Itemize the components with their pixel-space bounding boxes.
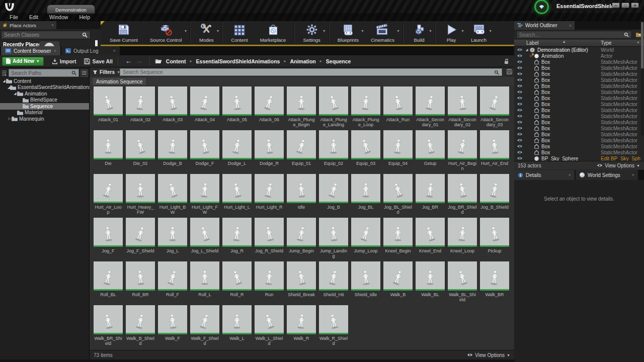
- asset-tile[interactable]: Kneel_End: [416, 218, 445, 261]
- asset-tile[interactable]: Jog_BL: [351, 174, 380, 218]
- row-expander-icon[interactable]: ◢: [525, 48, 529, 52]
- visibility-eye-icon[interactable]: [517, 72, 523, 76]
- asset-tile[interactable]: Jog_B_Shield: [480, 174, 509, 218]
- outliner-row-box[interactable]: BoxStaticMeshActor: [514, 89, 644, 95]
- chevron-down-icon[interactable]: ▼: [396, 29, 400, 33]
- back-arrow-button[interactable]: ←: [123, 57, 134, 65]
- marketplace-button[interactable]: Marketplace: [254, 21, 292, 45]
- asset-tile[interactable]: Run: [255, 261, 284, 305]
- launch-button[interactable]: Launch▼: [465, 21, 493, 45]
- chevron-down-icon[interactable]: ▼: [184, 29, 187, 33]
- visibility-eye-icon[interactable]: [517, 144, 523, 148]
- asset-tile[interactable]: Walk_R: [287, 305, 316, 349]
- asset-tile[interactable]: Equip_03: [351, 130, 380, 174]
- close-tab-icon[interactable]: ×: [569, 23, 572, 28]
- asset-tile[interactable]: Dodge_B: [158, 130, 187, 174]
- asset-tile[interactable]: Pickup: [480, 218, 509, 261]
- minimize-button[interactable]: –: [612, 3, 620, 8]
- outliner-row-box[interactable]: BoxStaticMeshActor: [514, 71, 644, 77]
- asset-tile[interactable]: Attack_02: [126, 86, 155, 130]
- lock-icon[interactable]: [504, 58, 509, 64]
- outliner-row-box[interactable]: BoxStaticMeshActor: [514, 59, 644, 65]
- source-control-button[interactable]: Source Control▼: [144, 21, 188, 45]
- chevron-down-icon[interactable]: ▼: [429, 29, 432, 33]
- cinematics-button[interactable]: Cinematics▼: [365, 21, 400, 45]
- asset-tile[interactable]: Getup: [416, 130, 445, 174]
- tree-expander-icon[interactable]: ▷: [8, 117, 12, 121]
- chevron-down-icon[interactable]: ▼: [636, 41, 640, 44]
- outliner-row-box[interactable]: BoxStaticMeshActor: [514, 65, 644, 71]
- save-search-icon[interactable]: [507, 69, 512, 74]
- asset-tile[interactable]: Walk_F_Shield: [190, 305, 219, 349]
- tab-world-outliner[interactable]: World Outliner ×: [514, 21, 575, 30]
- visibility-eye-icon[interactable]: [517, 120, 523, 124]
- asset-tile[interactable]: Attack_Secondary_02: [448, 86, 477, 130]
- asset-tile[interactable]: Walk_B: [383, 261, 413, 305]
- asset-tile[interactable]: Attack_Run: [383, 86, 413, 130]
- visibility-eye-icon[interactable]: [517, 108, 523, 112]
- asset-tile[interactable]: Hurt_Light_L: [222, 174, 252, 218]
- save-current-button[interactable]: Save Current: [104, 21, 144, 45]
- asset-tile[interactable]: Roll_BL: [94, 261, 123, 305]
- chevron-down-icon[interactable]: ▼: [323, 29, 326, 33]
- outliner-column-header[interactable]: Label ▲ Type ▼: [514, 40, 644, 47]
- visibility-eye-icon[interactable]: [517, 66, 523, 70]
- outliner-row-box[interactable]: BoxStaticMeshActor: [514, 149, 644, 155]
- visibility-eye-icon[interactable]: [517, 96, 523, 100]
- asset-tile[interactable]: Jog_BR_Shield: [448, 174, 477, 218]
- build-button[interactable]: Build▼: [406, 21, 433, 45]
- menu-edit[interactable]: Edit: [24, 14, 44, 20]
- modes-button[interactable]: Modes▼: [193, 21, 220, 45]
- chevron-down-icon[interactable]: ▼: [216, 29, 219, 33]
- outliner-row-box[interactable]: BoxStaticMeshActor: [514, 113, 644, 119]
- breadcrumb-essentialswordshieldanimations[interactable]: EssentialSwordShieldAnimations: [196, 58, 280, 64]
- outliner-view-options-button[interactable]: View Options ▼: [597, 163, 640, 168]
- asset-tile[interactable]: Hurt_Heavy_FW: [126, 174, 155, 218]
- asset-tile[interactable]: Die_02: [126, 130, 155, 174]
- tree-item-material[interactable]: Material: [0, 110, 89, 116]
- tree-item-blendspace[interactable]: BlendSpace: [0, 97, 89, 104]
- outliner-row-bp-sky-sphere[interactable]: BP_Sky_SphereEdit BP_Sky_Sph: [514, 155, 644, 161]
- asset-tile[interactable]: Jump_Loop: [351, 218, 380, 261]
- tree-item-essentialswordshieldanimations[interactable]: ◢EssentialSwordShieldAnimations: [0, 84, 89, 91]
- close-tab-icon[interactable]: ×: [113, 48, 116, 53]
- add-new-button[interactable]: Add New ▼: [2, 57, 44, 66]
- asset-tile[interactable]: Jog_F: [94, 218, 123, 261]
- asset-tile[interactable]: Dodge_R: [255, 130, 284, 174]
- chevron-down-icon[interactable]: ▼: [461, 29, 464, 33]
- asset-tile[interactable]: Jog_L: [158, 218, 187, 261]
- asset-tile[interactable]: Hurt_Light_R: [255, 174, 284, 218]
- asset-tile[interactable]: Attack_05: [222, 86, 252, 130]
- asset-tile[interactable]: Jog_R_Shield: [255, 218, 284, 261]
- asset-tile[interactable]: Attack_06: [255, 86, 284, 130]
- visibility-eye-icon[interactable]: [517, 156, 523, 160]
- close-tab-icon[interactable]: ×: [54, 48, 56, 53]
- asset-tile[interactable]: Kneel_Begin: [383, 218, 413, 261]
- visibility-eye-icon[interactable]: [517, 54, 523, 58]
- search-paths-input[interactable]: Search Paths: [9, 69, 79, 77]
- tree-expander-icon[interactable]: ◢: [2, 79, 6, 83]
- asset-tile[interactable]: Attack_01: [94, 86, 123, 130]
- asset-tile[interactable]: Walk_F: [158, 305, 187, 349]
- tab-world-settings[interactable]: World Settings×: [576, 170, 638, 180]
- asset-tile[interactable]: Shield_Break: [287, 261, 316, 305]
- asset-tile[interactable]: Jog_R: [222, 218, 252, 261]
- breadcrumb-animation[interactable]: Animation: [290, 58, 315, 64]
- asset-tile[interactable]: Dodge_F: [190, 130, 219, 174]
- asset-tile[interactable]: Equip_01: [287, 130, 316, 174]
- asset-tile[interactable]: Hurt_Light_FW: [190, 174, 219, 218]
- asset-tile[interactable]: Shield_Idle: [351, 261, 380, 305]
- close-tab-icon[interactable]: ×: [51, 23, 54, 28]
- breadcrumb-content[interactable]: Content: [166, 58, 186, 64]
- outliner-row-animation[interactable]: ▷AnimationActor: [514, 53, 644, 59]
- outliner-row-box[interactable]: BoxStaticMeshActor: [514, 83, 644, 89]
- asset-tile[interactable]: Walk_B_Shield: [126, 305, 155, 349]
- asset-tile[interactable]: Hurt_Air_End: [480, 130, 509, 174]
- outliner-row-box[interactable]: BoxStaticMeshActor: [514, 125, 644, 131]
- content-button[interactable]: Content: [225, 21, 254, 45]
- menu-help[interactable]: Help: [73, 14, 96, 20]
- visibility-eye-icon[interactable]: [517, 126, 523, 130]
- sources-view-toggle-icon[interactable]: [80, 69, 88, 77]
- filters-button[interactable]: Filters ▼: [90, 69, 123, 75]
- asset-tile[interactable]: Attack_04: [190, 86, 219, 130]
